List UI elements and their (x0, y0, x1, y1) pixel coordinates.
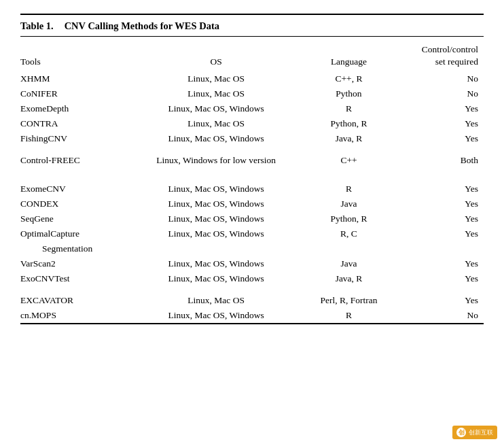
cell-language: R, C (307, 226, 395, 241)
col-header-tools: Tools (20, 39, 130, 71)
table-row: ExomeCNVLinux, Mac OS, WindowsRYes (20, 182, 484, 196)
cell-os: Linux, Mac OS, Windows (130, 101, 307, 116)
cell-tools: Segmentation (20, 241, 130, 256)
cell-control: Yes (396, 226, 484, 241)
cell-language: R (307, 101, 395, 116)
cell-language (307, 241, 395, 256)
cell-os: Linux, Mac OS, Windows (130, 271, 307, 286)
cell-tools: cn.MOPS (20, 308, 130, 323)
cell-os: Linux, Mac OS, Windows (130, 182, 307, 196)
table-row: CONDEXLinux, Mac OS, WindowsJavaYes (20, 196, 484, 211)
cell-os: Linux, Mac OS, Windows (130, 308, 307, 323)
table-row: SeqGeneLinux, Mac OS, WindowsPython, RYe… (20, 211, 484, 226)
table-row: EXCAVATORLinux, Mac OSPerl, R, FortranYe… (20, 293, 484, 308)
cell-control: Yes (396, 211, 484, 226)
cell-os: Linux, Mac OS (130, 293, 307, 308)
table-row: Control-FREECLinux, Windows for low vers… (20, 153, 484, 168)
cell-control (396, 241, 484, 256)
spacer-row (20, 175, 484, 182)
cell-tools: ExomeCNV (20, 182, 130, 196)
cell-language: Java, R (307, 131, 395, 146)
watermark: 创 创新互联 (452, 426, 497, 439)
cell-control: Yes (396, 196, 484, 211)
cell-os: Linux, Mac OS (130, 71, 307, 86)
cell-os: Linux, Windows for low version (130, 153, 307, 168)
cell-language: Python, R (307, 116, 395, 131)
cell-os: Linux, Mac OS (130, 86, 307, 101)
cell-control: No (396, 308, 484, 323)
table-label: Table 1. (20, 20, 54, 32)
cell-tools: VarScan2 (20, 256, 130, 271)
cell-control: No (396, 71, 484, 86)
cell-language: R (307, 182, 395, 196)
cell-os: Linux, Mac OS, Windows (130, 256, 307, 271)
spacer-row (20, 146, 484, 153)
cell-control: Yes (396, 116, 484, 131)
col-header-language: Language (307, 39, 395, 71)
cell-tools: OptimalCapture (20, 226, 130, 241)
cell-language: Python (307, 86, 395, 101)
table-title: CNV Calling Methods for WES Data (65, 20, 219, 32)
cell-language: Java (307, 256, 395, 271)
cell-language: Python, R (307, 211, 395, 226)
cell-tools: ExoCNVTest (20, 271, 130, 286)
cell-language: R (307, 308, 395, 323)
cell-language: Java (307, 196, 395, 211)
table-title-row: Table 1. CNV Calling Methods for WES Dat… (20, 15, 484, 37)
cell-tools: Control-FREEC (20, 153, 130, 168)
cell-tools: XHMM (20, 71, 130, 86)
cell-tools: CoNIFER (20, 86, 130, 101)
cell-tools: CONTRA (20, 116, 130, 131)
cell-language: C++ (307, 153, 395, 168)
table-row: Segmentation (20, 241, 484, 256)
table-row: XHMMLinux, Mac OSC++, RNo (20, 71, 484, 86)
cell-control: Yes (396, 182, 484, 196)
watermark-icon: 创 (456, 428, 466, 437)
cell-control: Yes (396, 293, 484, 308)
table-row: CONTRALinux, Mac OSPython, RYes (20, 116, 484, 131)
spacer-row (20, 286, 484, 293)
cell-control: Yes (396, 101, 484, 116)
cell-control: Yes (396, 131, 484, 146)
main-table: Tools OS Language Control/controlset req… (20, 39, 484, 323)
cell-os (130, 241, 307, 256)
cell-tools: ExomeDepth (20, 101, 130, 116)
watermark-text: 创新互联 (469, 428, 493, 437)
cell-os: Linux, Mac OS, Windows (130, 211, 307, 226)
table-container: Table 1. CNV Calling Methods for WES Dat… (20, 14, 484, 324)
spacer-row (20, 168, 484, 175)
cell-language: C++, R (307, 71, 395, 86)
cell-control: Yes (396, 271, 484, 286)
table-row: cn.MOPSLinux, Mac OS, WindowsRNo (20, 308, 484, 323)
cell-language: Perl, R, Fortran (307, 293, 395, 308)
table-row: CoNIFERLinux, Mac OSPythonNo (20, 86, 484, 101)
cell-control: Yes (396, 256, 484, 271)
col-header-os: OS (130, 39, 307, 71)
cell-os: Linux, Mac OS (130, 116, 307, 131)
table-row: OptimalCaptureLinux, Mac OS, WindowsR, C… (20, 226, 484, 241)
table-row: ExomeDepthLinux, Mac OS, WindowsRYes (20, 101, 484, 116)
cell-control: Both (396, 153, 484, 168)
cell-tools: SeqGene (20, 211, 130, 226)
col-header-control: Control/controlset required (396, 39, 484, 71)
cell-tools: FishingCNV (20, 131, 130, 146)
table-row: VarScan2Linux, Mac OS, WindowsJavaYes (20, 256, 484, 271)
cell-tools: EXCAVATOR (20, 293, 130, 308)
cell-control: No (396, 86, 484, 101)
cell-os: Linux, Mac OS, Windows (130, 196, 307, 211)
table-row: FishingCNVLinux, Mac OS, WindowsJava, RY… (20, 131, 484, 146)
cell-os: Linux, Mac OS, Windows (130, 131, 307, 146)
cell-tools: CONDEX (20, 196, 130, 211)
cell-os: Linux, Mac OS, Windows (130, 226, 307, 241)
table-row: ExoCNVTestLinux, Mac OS, WindowsJava, RY… (20, 271, 484, 286)
cell-language: Java, R (307, 271, 395, 286)
